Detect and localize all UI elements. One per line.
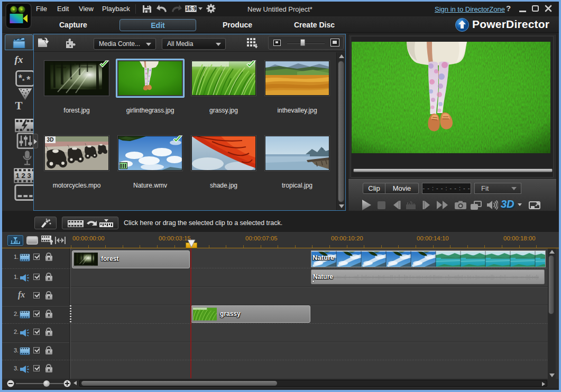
svg-text:1 2 3: 1 2 3 [15,172,31,180]
svg-text:*: * [26,74,31,85]
svg-text:**: ** [19,72,25,84]
